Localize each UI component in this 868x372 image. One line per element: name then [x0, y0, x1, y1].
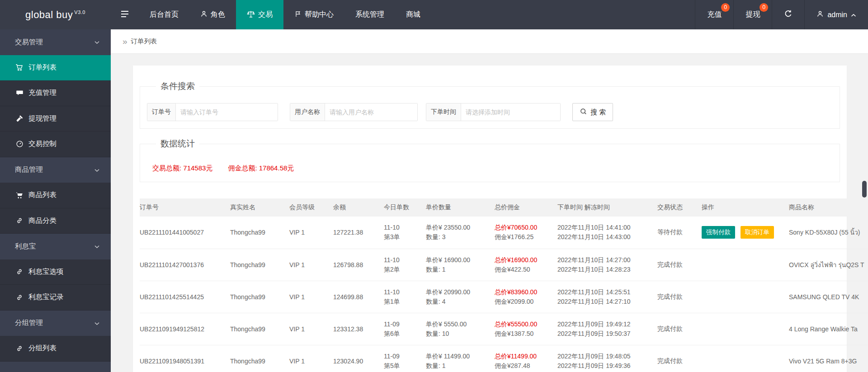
total-price: 总价¥55500.00	[495, 320, 557, 329]
sidebar-item-label: 提现管理	[28, 114, 57, 123]
unit-price-cell: 单价¥ 5550.00 数量: 10	[426, 313, 495, 345]
sidebar-item-recharge-manage[interactable]: 充值管理	[0, 80, 111, 106]
sidebar-toggle-button[interactable]	[111, 0, 139, 29]
search-legend: 条件搜索	[156, 80, 199, 92]
chevron-down-icon	[94, 242, 100, 250]
total-price-cell: 总价¥83960.00 佣金¥2099.00	[495, 281, 557, 313]
table-row: UB2211101441005027 Thongcha99 VIP 1 1272…	[140, 217, 868, 249]
order-date: 11-10	[384, 287, 426, 297]
refresh-button[interactable]	[772, 0, 804, 29]
order-no-cell: UB2211091948051391	[140, 345, 230, 372]
sidebar-item-withdraw-manage[interactable]: 提现管理	[0, 106, 111, 132]
recharge-button[interactable]: 充值 0	[695, 0, 733, 29]
product-cell: Sony KD-55X80J (55 นิ้ว)	[789, 217, 868, 249]
today-orders-cell: 11-09 第6单	[384, 313, 426, 345]
person-icon	[200, 10, 208, 19]
unit-price-cell: 单价¥ 11499.00 数量: 1	[426, 345, 495, 372]
table-row: UB2211091948051391 Thongcha99 VIP 1 1230…	[140, 345, 868, 372]
vip-level-cell: VIP 1	[289, 249, 333, 281]
table-row: UB2211091949125812 Thongcha99 VIP 1 1233…	[140, 313, 868, 345]
withdraw-badge: 0	[760, 3, 768, 12]
sidebar-item-goods-list[interactable]: 商品列表	[0, 183, 111, 208]
unit-price: 单价¥ 11499.00	[426, 352, 495, 361]
actions-cell	[702, 249, 789, 281]
commission: 佣金¥287.48	[495, 361, 557, 371]
commission: 佣金¥2099.00	[495, 297, 557, 306]
force-pay-button[interactable]: 强制付款	[702, 226, 735, 239]
total-price-cell: 总价¥11499.00 佣金¥287.48	[495, 345, 557, 372]
order-time: 2022年11月09日 19:48:05	[557, 352, 657, 361]
commission: 佣金¥1766.25	[495, 232, 557, 242]
link-icon	[15, 294, 24, 301]
nav-item-mall[interactable]: 商城	[395, 0, 431, 29]
table-row: UB2211101425514425 Thongcha99 VIP 1 1246…	[140, 281, 868, 313]
order-no-field-group: 订单号	[147, 103, 278, 121]
sidebar-item-interest-records[interactable]: 利息宝记录	[0, 285, 111, 311]
withdraw-label: 提现	[745, 10, 760, 19]
breadcrumb-current: 订单列表	[131, 37, 157, 46]
total-price-cell: 总价¥70650.00 佣金¥1766.25	[495, 217, 557, 249]
sidebar-item-interest-options[interactable]: 利息宝选项	[0, 259, 111, 285]
order-time-field-group: 下单时间	[426, 103, 561, 121]
sidebar-group-interest[interactable]: 利息宝	[0, 234, 111, 259]
top-bar: global buy V3.0 后台首页 角色 交易 帮助中心 系统管理 商城 …	[0, 0, 868, 29]
order-list-card: 条件搜索 订单号 用户名称 下单时间 搜 索	[133, 66, 847, 372]
unit-price: 单价¥ 5550.00	[426, 320, 495, 329]
sidebar-item-group-list[interactable]: 分组列表	[0, 336, 111, 362]
today-orders-cell: 11-09 第5单	[384, 345, 426, 372]
main-content: 条件搜索 订单号 用户名称 下单时间 搜 索	[111, 54, 868, 372]
balance-cell: 123312.38	[333, 313, 384, 345]
actions-cell	[702, 345, 789, 372]
sidebar-group-goods-manage[interactable]: 商品管理	[0, 157, 111, 183]
product-cell: Vivo V21 5G Ram 8+3G	[789, 345, 868, 372]
unit-price-cell: 单价¥ 20990.00 数量: 4	[426, 281, 495, 313]
sidebar: 交易管理 订单列表 充值管理 提现管理 交易控制 商品管理 商品列表 商品分类 …	[0, 29, 111, 372]
order-no-input[interactable]	[176, 104, 278, 121]
nav-item-trade[interactable]: 交易	[236, 0, 283, 29]
times-cell: 2022年11月09日 19:48:05 2022年11月09日 19:49:3…	[557, 345, 657, 372]
total-price: 总价¥16900.00	[495, 255, 557, 265]
username: admin	[827, 11, 847, 19]
sidebar-group-label: 商品管理	[15, 165, 43, 174]
search-button[interactable]: 搜 索	[572, 103, 613, 121]
quantity: 数量: 1	[426, 265, 495, 274]
cancel-order-button[interactable]: 取消订单	[741, 226, 774, 239]
person-icon	[816, 10, 824, 19]
user-name-input[interactable]	[325, 104, 417, 121]
scrollbar-thumb[interactable]	[862, 181, 867, 198]
sidebar-item-label: 交易控制	[28, 139, 57, 149]
sidebar-item-trade-control[interactable]: 交易控制	[0, 132, 111, 157]
order-time: 2022年11月10日 14:41:00	[557, 223, 657, 232]
sidebar-item-goods-category[interactable]: 商品分类	[0, 208, 111, 234]
nav-item-home[interactable]: 后台首页	[139, 0, 189, 29]
order-time-input[interactable]	[461, 104, 560, 121]
unfreeze-time: 2022年11月09日 19:49:36	[557, 361, 657, 371]
nav-item-help-center[interactable]: 帮助中心	[283, 0, 344, 29]
withdraw-button[interactable]: 提现 0	[733, 0, 772, 29]
user-name-field-group: 用户名称	[290, 103, 418, 121]
nav-item-system[interactable]: 系统管理	[344, 0, 395, 29]
quantity: 数量: 4	[426, 297, 495, 306]
user-name-label: 用户名称	[290, 104, 325, 121]
trade-total-label: 交易总额:	[152, 164, 181, 172]
unit-price-cell: 单价¥ 23550.00 数量: 3	[426, 217, 495, 249]
sidebar-group-group-manage[interactable]: 分组管理	[0, 311, 111, 336]
sidebar-group-trade-manage[interactable]: 交易管理	[0, 29, 111, 55]
stats-fieldset: 数据统计 交易总额: 714583元 佣金总额: 17864.58元	[140, 138, 840, 182]
table-row: UB2211101427001376 Thongcha99 VIP 1 1267…	[140, 249, 868, 281]
nav-item-roles[interactable]: 角色	[189, 0, 236, 29]
gauge-icon	[15, 140, 24, 148]
scales-icon	[247, 10, 255, 20]
today-orders-cell: 11-10 第1单	[384, 281, 426, 313]
product-cell: 4 Long Range Walkie Ta	[789, 313, 868, 345]
sidebar-item-label: 订单列表	[28, 63, 57, 72]
sidebar-item-order-list[interactable]: 订单列表	[0, 55, 111, 81]
actions-cell: 强制付款 取消订单	[702, 217, 789, 249]
user-menu[interactable]: admin	[804, 0, 868, 29]
times-cell: 2022年11月09日 19:49:12 2022年11月09日 19:50:3…	[557, 313, 657, 345]
col-balance: 余额	[333, 198, 384, 217]
order-date: 11-10	[384, 223, 426, 232]
total-price: 总价¥83960.00	[495, 287, 557, 297]
order-date: 11-09	[384, 320, 426, 329]
sidebar-group-label: 交易管理	[15, 38, 43, 47]
